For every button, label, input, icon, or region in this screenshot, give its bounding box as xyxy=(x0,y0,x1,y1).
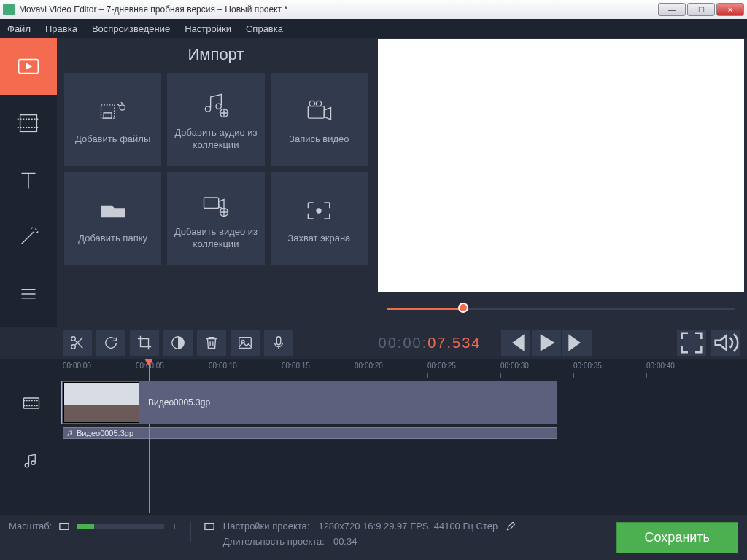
preview-seek-slider[interactable] xyxy=(387,306,735,311)
cut-button[interactable] xyxy=(63,330,92,356)
import-add-video-collection[interactable]: Добавить видео из коллекции xyxy=(167,172,264,265)
window-close-button[interactable]: ✕ xyxy=(716,3,744,16)
folder-icon xyxy=(97,193,129,228)
volume-icon xyxy=(711,328,740,357)
pencil-icon[interactable] xyxy=(506,522,515,531)
timeline: 00:00:00 00:00:05 00:00:10 00:00:15 00:0… xyxy=(0,359,747,513)
crop-button[interactable] xyxy=(130,330,159,356)
trash-icon xyxy=(204,335,220,351)
ruler-mark: 00:00:30 xyxy=(500,362,529,370)
camera-icon xyxy=(303,94,335,129)
prev-icon xyxy=(501,328,530,357)
settings-small-icon xyxy=(204,521,214,532)
video-track-icon xyxy=(7,379,55,427)
delete-button[interactable] xyxy=(197,330,226,356)
color-button[interactable] xyxy=(163,330,193,356)
play-icon xyxy=(532,328,561,357)
fullscreen-icon xyxy=(677,328,706,357)
seek-knob[interactable] xyxy=(458,303,468,313)
save-button[interactable]: Сохранить xyxy=(616,522,738,553)
sidebar-crop[interactable] xyxy=(0,95,57,152)
status-bar: Масштаб: + Настройки проекта: 1280x720 1… xyxy=(0,515,747,560)
project-settings-value: 1280x720 16:9 29.97 FPS, 44100 Гц Стер xyxy=(318,521,498,532)
timecode-hot: 07.534 xyxy=(427,335,481,351)
menu-file[interactable]: Файл xyxy=(7,23,31,34)
window-maximize-button[interactable]: ☐ xyxy=(687,3,715,16)
svg-point-15 xyxy=(71,345,76,349)
zoom-plus[interactable]: + xyxy=(171,521,177,532)
ruler-mark: 00:00:35 xyxy=(573,362,602,370)
import-add-folder[interactable]: Добавить папку xyxy=(64,172,161,265)
svg-rect-8 xyxy=(309,106,325,118)
timeline-ruler[interactable]: 00:00:00 00:00:05 00:00:10 00:00:15 00:0… xyxy=(0,359,747,379)
clip-thumbnail xyxy=(63,382,139,423)
import-add-audio-label: Добавить аудио из коллекции xyxy=(173,127,258,152)
svg-rect-3 xyxy=(101,104,114,117)
files-icon xyxy=(97,94,129,129)
svg-point-21 xyxy=(67,434,69,436)
import-capture-screen-label: Захват экрана xyxy=(287,233,350,245)
svg-point-14 xyxy=(71,337,76,341)
svg-point-6 xyxy=(216,104,221,109)
sidebar-more[interactable] xyxy=(0,265,57,322)
svg-rect-4 xyxy=(104,112,112,117)
svg-rect-17 xyxy=(239,338,252,349)
svg-rect-11 xyxy=(204,198,218,209)
scissors-icon xyxy=(69,335,85,351)
menu-playback[interactable]: Воспроизведение xyxy=(92,23,170,34)
menu-settings[interactable]: Настройки xyxy=(185,23,231,34)
import-add-audio[interactable]: Добавить аудио из коллекции xyxy=(167,73,264,166)
volume-button[interactable] xyxy=(711,330,740,356)
import-capture-screen[interactable]: Захват экрана xyxy=(271,172,368,265)
mic-icon xyxy=(271,335,287,351)
next-button[interactable] xyxy=(562,330,592,356)
ruler-mark: 00:00:15 xyxy=(282,362,310,370)
clip-video-label: Видео0005.3gp xyxy=(148,397,210,408)
ruler-mark: 00:00:25 xyxy=(427,362,456,370)
sidebar-import[interactable] xyxy=(0,38,57,95)
capture-icon xyxy=(303,193,335,228)
svg-rect-25 xyxy=(60,523,69,529)
import-record-video[interactable]: Запись видео xyxy=(271,73,368,166)
text-icon xyxy=(15,166,42,194)
video-collection-icon xyxy=(200,187,232,222)
svg-point-10 xyxy=(317,101,322,106)
import-add-files[interactable]: Добавить файлы xyxy=(64,73,161,166)
video-clip[interactable]: Видео0005.3gp xyxy=(61,381,557,424)
window-minimize-button[interactable]: — xyxy=(658,3,686,16)
svg-rect-20 xyxy=(24,398,39,408)
zoom-label: Масштаб: xyxy=(9,521,52,532)
sidebar-effects[interactable] xyxy=(0,209,57,265)
import-add-folder-label: Добавить папку xyxy=(78,233,147,245)
crop-icon xyxy=(15,109,42,137)
audio-track xyxy=(0,440,747,481)
ruler-mark: 00:00:10 xyxy=(209,362,237,370)
menu-bar: Файл Правка Воспроизведение Настройки Сп… xyxy=(0,19,747,38)
menu-edit[interactable]: Правка xyxy=(45,23,77,34)
preview-screen[interactable] xyxy=(378,39,744,292)
import-record-video-label: Запись видео xyxy=(289,133,349,146)
zoom-slider[interactable] xyxy=(77,524,164,529)
play-button[interactable] xyxy=(532,330,561,356)
note-icon xyxy=(66,429,74,437)
fullscreen-button[interactable] xyxy=(677,330,706,356)
svg-point-13 xyxy=(317,208,322,213)
audio-track-icon xyxy=(7,440,55,481)
mic-button[interactable] xyxy=(264,330,293,356)
zoom-fit-icon[interactable] xyxy=(59,521,69,532)
image-button[interactable] xyxy=(231,330,260,356)
rotate-icon xyxy=(103,335,119,351)
svg-rect-26 xyxy=(205,523,214,529)
menu-help[interactable]: Справка xyxy=(246,23,283,34)
video-track: Видео0005.3gp xyxy=(0,379,747,427)
ruler-mark: 00:00:00 xyxy=(63,362,91,370)
project-settings-label: Настройки проекта: xyxy=(223,521,310,532)
rotate-button[interactable] xyxy=(96,330,125,356)
contrast-icon xyxy=(170,335,186,351)
wand-icon xyxy=(15,223,42,251)
sidebar-text[interactable] xyxy=(0,152,57,209)
import-panel: Импорт Добавить файлы Добавить аудио из … xyxy=(57,38,375,327)
prev-button[interactable] xyxy=(501,330,530,356)
linked-audio-clip[interactable]: Видео0005.3gp xyxy=(63,427,557,439)
import-icon xyxy=(15,52,42,80)
